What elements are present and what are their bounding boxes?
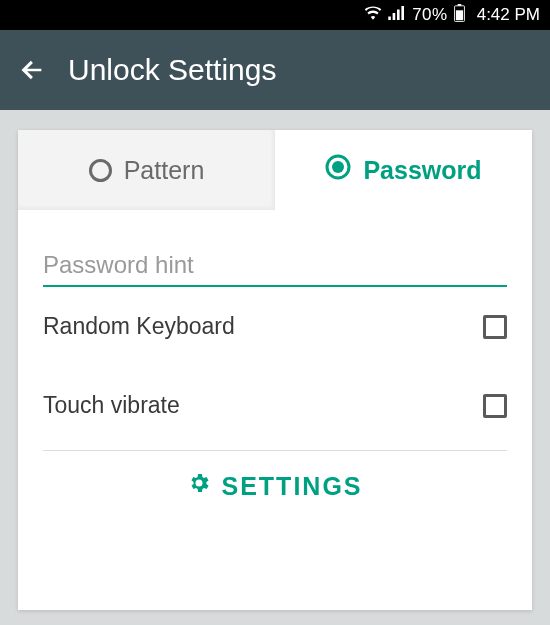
back-button[interactable] [18,56,46,84]
svg-point-8 [332,161,344,173]
radio-checked-icon [325,154,351,186]
battery-percentage: 70% [412,5,448,25]
svg-rect-6 [456,10,463,20]
settings-card: Pattern Password Random Keyboard Touch v… [18,130,532,610]
option-touch-vibrate-label: Touch vibrate [43,392,180,419]
option-random-keyboard-label: Random Keyboard [43,313,235,340]
tab-password[interactable]: Password [275,130,532,210]
radio-unchecked-icon [89,159,112,182]
svg-rect-3 [402,6,405,20]
tab-password-label: Password [363,156,481,185]
svg-rect-1 [393,13,396,20]
app-bar: Unlock Settings [0,30,550,110]
gear-icon [187,471,211,501]
tab-content: Random Keyboard Touch vibrate SETTINGS [18,210,532,523]
checkbox-unchecked-icon[interactable] [483,315,507,339]
option-random-keyboard[interactable]: Random Keyboard [43,287,507,366]
signal-icon [388,5,406,25]
checkbox-unchecked-icon[interactable] [483,394,507,418]
option-touch-vibrate[interactable]: Touch vibrate [43,366,507,445]
battery-icon [454,4,465,27]
page-title: Unlock Settings [68,53,276,87]
status-bar: 70% 4:42 PM [0,0,550,30]
tab-pattern-label: Pattern [124,156,205,185]
settings-button[interactable]: SETTINGS [43,451,507,523]
settings-button-label: SETTINGS [221,472,362,501]
wifi-icon [364,5,382,25]
svg-rect-0 [388,17,391,21]
tab-pattern[interactable]: Pattern [18,130,275,210]
svg-rect-2 [397,10,400,21]
unlock-type-tabs: Pattern Password [18,130,532,210]
page-body: Pattern Password Random Keyboard Touch v… [0,110,550,610]
password-hint-input[interactable] [43,245,507,287]
clock: 4:42 PM [477,5,540,25]
